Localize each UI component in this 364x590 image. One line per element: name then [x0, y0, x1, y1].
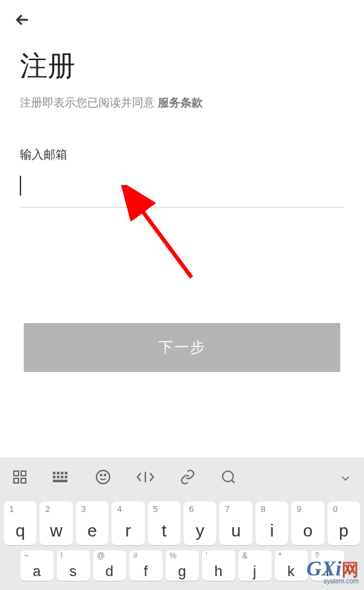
svg-rect-6	[53, 472, 55, 474]
agreement-text: 注册即表示您已阅读并同意 服务条款	[0, 90, 364, 110]
svg-rect-12	[61, 476, 63, 478]
key-p[interactable]: 0p	[328, 501, 360, 545]
key-l[interactable]: ?l	[311, 550, 344, 581]
key-o[interactable]: 9o	[291, 501, 324, 545]
svg-point-17	[104, 474, 106, 476]
link-icon[interactable]	[180, 469, 196, 490]
virtual-keyboard: 1q2w3e4r5t6y7u8i9o0p ~a!s@d#f%g'h&j*k?l	[0, 458, 364, 590]
svg-rect-10	[53, 476, 55, 478]
svg-rect-8	[61, 472, 63, 474]
key-t[interactable]: 5t	[148, 501, 180, 545]
key-u[interactable]: 7u	[219, 501, 252, 545]
key-a[interactable]: ~a	[20, 550, 54, 581]
key-g[interactable]: %g	[166, 550, 199, 581]
cursor-move-icon[interactable]	[136, 469, 155, 490]
svg-rect-3	[21, 471, 26, 476]
svg-line-1	[139, 206, 192, 277]
svg-rect-2	[14, 471, 18, 476]
text-cursor	[20, 176, 21, 196]
key-j[interactable]: &j	[238, 550, 272, 581]
keyboard-toolbar	[0, 458, 364, 496]
svg-rect-13	[65, 476, 67, 478]
keyboard-row-1: 1q2w3e4r5t6y7u8i9o0p	[4, 501, 360, 545]
svg-point-18	[223, 471, 233, 482]
key-k[interactable]: *k	[275, 550, 308, 581]
terms-link[interactable]: 服务条款	[158, 96, 203, 109]
key-s[interactable]: !s	[57, 550, 90, 581]
svg-rect-9	[65, 472, 67, 474]
key-q[interactable]: 1q	[4, 501, 36, 545]
key-r[interactable]: 4r	[112, 501, 144, 545]
page-title: 注册	[0, 36, 364, 90]
key-e[interactable]: 3e	[76, 501, 108, 545]
svg-rect-5	[21, 478, 26, 483]
key-y[interactable]: 6y	[184, 501, 216, 545]
svg-rect-14	[53, 480, 67, 482]
emoji-icon[interactable]	[95, 469, 111, 490]
keyboard-icon[interactable]	[53, 469, 70, 490]
grid-icon[interactable]	[12, 469, 28, 490]
key-f[interactable]: #f	[129, 550, 163, 581]
svg-point-15	[96, 470, 110, 484]
svg-point-16	[100, 474, 102, 476]
email-input-wrap[interactable]	[20, 174, 344, 207]
svg-rect-11	[57, 476, 59, 478]
email-input[interactable]	[20, 174, 344, 200]
key-i[interactable]: 8i	[256, 501, 288, 545]
keyboard-row-2: ~a!s@d#f%g'h&j*k?l	[4, 550, 360, 581]
svg-rect-7	[57, 472, 59, 474]
back-button[interactable]	[13, 10, 32, 32]
agreement-prefix: 注册即表示您已阅读并同意	[20, 96, 158, 109]
key-w[interactable]: 2w	[40, 501, 72, 545]
email-label: 输入邮箱	[0, 110, 364, 168]
key-d[interactable]: @d	[93, 550, 126, 581]
keyboard-rows: 1q2w3e4r5t6y7u8i9o0p ~a!s@d#f%g'h&j*k?l	[0, 496, 364, 590]
key-h[interactable]: 'h	[202, 550, 235, 581]
search-icon[interactable]	[221, 469, 237, 490]
chevron-down-icon[interactable]	[339, 469, 352, 490]
next-button[interactable]: 下一步	[24, 323, 340, 372]
svg-rect-4	[14, 478, 18, 483]
